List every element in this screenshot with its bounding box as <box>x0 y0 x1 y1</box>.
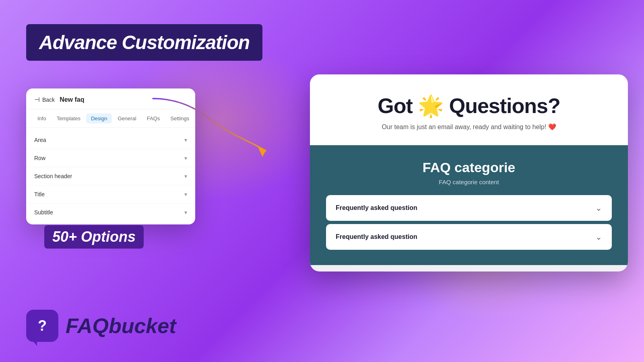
options-badge: 50+ Options <box>44 225 144 249</box>
editor-item-title-label: Title <box>34 191 45 197</box>
options-text: 50+ Options <box>52 228 136 245</box>
tab-templates[interactable]: Templates <box>52 113 85 123</box>
faq-question-item-2[interactable]: Frequently asked question ⌄ <box>326 224 612 250</box>
editor-panel: ⊣ Back New faq Info Templates Design Gen… <box>26 88 195 224</box>
faq-star-emoji: 🌟 <box>418 94 444 117</box>
faq-category-section: FAQ categorie FAQ categorie content Freq… <box>310 145 628 265</box>
brand-icon-symbol: ? <box>38 317 47 334</box>
faq-subtitle: Our team is just an email away, ready an… <box>326 123 612 131</box>
brand-logo: ? FAQbucket <box>26 310 176 342</box>
back-button[interactable]: ⊣ Back <box>34 96 55 103</box>
tab-info[interactable]: Info <box>33 113 51 123</box>
main-title-banner: Advance Customization <box>26 24 262 61</box>
faq-question-text-2: Frequently asked question <box>336 233 417 241</box>
chevron-down-icon: ▾ <box>184 191 187 197</box>
editor-item-subtitle[interactable]: Subtitle ▾ <box>26 204 195 221</box>
editor-item-area[interactable]: Area ▾ <box>26 131 195 149</box>
editor-item-row[interactable]: Row ▾ <box>26 149 195 167</box>
tab-settings[interactable]: Settings <box>165 113 194 123</box>
editor-item-area-label: Area <box>34 137 46 143</box>
chevron-down-icon: ▾ <box>184 137 187 143</box>
chevron-down-icon: ⌄ <box>595 203 602 213</box>
brand-icon: ? <box>26 310 58 342</box>
chevron-down-icon: ▾ <box>184 155 187 161</box>
faq-question-text-1: Frequently asked question <box>336 204 417 212</box>
editor-item-row-label: Row <box>34 155 45 161</box>
faq-category-title: FAQ categorie <box>326 160 612 175</box>
editor-tabs: Info Templates Design General FAQs Setti… <box>26 109 195 128</box>
back-icon: ⊣ <box>34 96 40 103</box>
faq-preview-panel: Got 🌟 Questions? Our team is just an ema… <box>310 74 628 272</box>
editor-item-subtitle-label: Subtitle <box>34 209 53 216</box>
brand-name: FAQbucket <box>66 314 176 338</box>
faq-title-after: Questions? <box>449 94 560 117</box>
faq-hero: Got 🌟 Questions? Our team is just an ema… <box>310 74 628 145</box>
tab-general[interactable]: General <box>113 113 141 123</box>
tab-faqs[interactable]: FAQs <box>142 113 165 123</box>
chevron-down-icon: ▾ <box>184 173 187 179</box>
back-label: Back <box>42 97 55 103</box>
editor-header: ⊣ Back New faq <box>26 88 195 109</box>
editor-item-section-header[interactable]: Section header ▾ <box>26 167 195 185</box>
faq-main-title: Got 🌟 Questions? <box>326 94 612 118</box>
chevron-down-icon: ▾ <box>184 209 187 216</box>
editor-item-section-header-label: Section header <box>34 173 72 179</box>
faq-title-before: Got <box>378 94 413 117</box>
chevron-down-icon: ⌄ <box>595 232 602 242</box>
editor-item-title[interactable]: Title ▾ <box>26 185 195 204</box>
faq-question-item-1[interactable]: Frequently asked question ⌄ <box>326 195 612 221</box>
main-title: Advance Customization <box>39 32 250 53</box>
editor-panel-title: New faq <box>60 96 84 103</box>
editor-items-list: Area ▾ Row ▾ Section header ▾ Title ▾ Su… <box>26 128 195 224</box>
faq-category-content: FAQ categorie content <box>326 179 612 185</box>
tab-design[interactable]: Design <box>86 113 112 123</box>
